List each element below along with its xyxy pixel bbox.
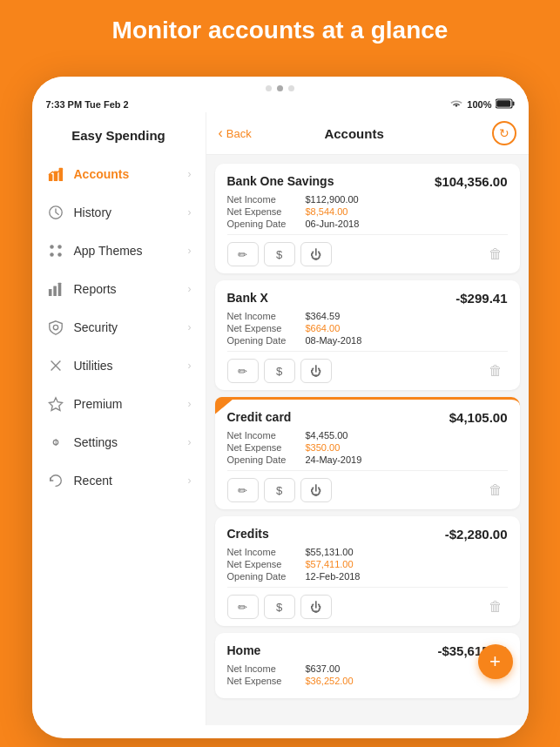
device-dots xyxy=(32,77,529,97)
account-actions-1: ✏ $ ⏻ 🗑 xyxy=(227,351,508,390)
chevron-icon-recent: › xyxy=(188,474,192,487)
utilities-icon xyxy=(46,356,65,375)
income-value-0: $112,900.00 xyxy=(306,194,359,205)
edit-btn-2[interactable]: ✏ xyxy=(227,478,259,502)
sidebar-item-recent[interactable]: Recent › xyxy=(32,461,206,500)
account-top-1: Bank X -$299.41 xyxy=(227,291,508,306)
chevron-icon-accounts: › xyxy=(188,168,192,180)
account-name-4: Home xyxy=(227,643,261,657)
svg-rect-2 xyxy=(496,100,510,107)
date-value-2: 24-May-2019 xyxy=(306,454,362,465)
svg-point-8 xyxy=(57,245,62,249)
power-btn-3[interactable]: ⏻ xyxy=(300,595,332,619)
income-value-2: $4,455.00 xyxy=(306,430,348,441)
sidebar-label-utilities: Utilities xyxy=(74,359,188,373)
account-name-3: Credits xyxy=(227,527,269,541)
recent-icon xyxy=(46,471,65,490)
battery-icon xyxy=(496,98,515,111)
sidebar: Easy Spending Accounts › xyxy=(32,112,206,725)
account-name-1: Bank X xyxy=(227,291,268,305)
svg-rect-12 xyxy=(53,286,57,296)
security-icon xyxy=(46,318,65,337)
power-btn-2[interactable]: ⏻ xyxy=(300,478,332,502)
chevron-icon-history: › xyxy=(188,206,192,219)
date-label-2: Opening Date xyxy=(227,454,306,465)
account-detail-expense-1: Net Expense $664.00 xyxy=(227,323,508,333)
chevron-icon-app-themes: › xyxy=(188,245,192,257)
account-actions-2: ✏ $ ⏻ 🗑 xyxy=(227,470,508,509)
account-card-4: Home -$35,615.00 Net Income $637.00 Net … xyxy=(215,633,520,698)
sidebar-item-utilities[interactable]: Utilities › xyxy=(32,347,206,385)
delete-btn-3[interactable]: 🗑 xyxy=(483,595,508,619)
sidebar-label-reports: Reports xyxy=(74,282,188,296)
date-label-1: Opening Date xyxy=(227,335,306,346)
account-detail-date-3: Opening Date 12-Feb-2018 xyxy=(227,571,508,582)
chevron-icon-utilities: › xyxy=(188,360,192,372)
account-actions-0: ✏ $ ⏻ 🗑 xyxy=(227,234,508,273)
sidebar-item-settings[interactable]: i Settings › xyxy=(32,423,206,461)
expense-label-0: Net Expense xyxy=(227,206,306,217)
svg-marker-17 xyxy=(49,398,62,411)
currency-btn-0[interactable]: $ xyxy=(264,242,295,266)
sidebar-item-accounts[interactable]: Accounts › xyxy=(32,155,206,193)
date-label-3: Opening Date xyxy=(227,571,306,582)
sidebar-label-history: History xyxy=(74,205,188,219)
svg-rect-1 xyxy=(512,102,514,106)
currency-btn-1[interactable]: $ xyxy=(264,359,295,383)
date-value-0: 06-Jun-2018 xyxy=(306,219,360,229)
chevron-icon-settings: › xyxy=(188,436,192,448)
sidebar-item-history[interactable]: History › xyxy=(32,193,206,232)
account-top-3: Credits -$2,280.00 xyxy=(227,527,508,542)
date-value-3: 12-Feb-2018 xyxy=(306,571,361,582)
expense-value-2: $350.00 xyxy=(306,442,341,453)
sidebar-label-premium: Premium xyxy=(74,397,188,411)
fab-add-button[interactable]: + xyxy=(478,644,513,679)
dot-3 xyxy=(288,85,294,91)
app-name: Easy Spending xyxy=(32,119,206,155)
sidebar-item-premium[interactable]: Premium › xyxy=(32,385,206,423)
sidebar-label-recent: Recent xyxy=(74,474,188,488)
app-themes-icon xyxy=(46,241,65,260)
main-panel: ‹ Back Accounts ↻ Bank One Savings $104,… xyxy=(206,112,529,725)
account-top-4: Home -$35,615.00 xyxy=(227,643,508,658)
app-content: Easy Spending Accounts › xyxy=(32,112,529,725)
sidebar-item-reports[interactable]: Reports › xyxy=(32,270,206,308)
edit-btn-1[interactable]: ✏ xyxy=(227,359,259,383)
delete-btn-1[interactable]: 🗑 xyxy=(483,359,508,383)
delete-btn-0[interactable]: 🗑 xyxy=(483,242,508,266)
delete-btn-2[interactable]: 🗑 xyxy=(483,478,508,502)
dot-2 xyxy=(277,85,283,91)
chevron-icon-premium: › xyxy=(188,398,192,410)
account-detail-income-0: Net Income $112,900.00 xyxy=(227,194,508,205)
panel-title: Accounts xyxy=(217,126,492,141)
add-action-button[interactable]: ↻ xyxy=(492,121,516,145)
edit-btn-0[interactable]: ✏ xyxy=(227,242,259,266)
income-value-3: $55,131.00 xyxy=(306,547,354,557)
power-btn-1[interactable]: ⏻ xyxy=(300,359,332,383)
svg-point-9 xyxy=(50,252,54,257)
account-card-0: Bank One Savings $104,356.00 Net Income … xyxy=(215,164,520,273)
sidebar-item-security[interactable]: Security › xyxy=(32,308,206,347)
wifi-icon xyxy=(449,98,463,111)
edit-btn-3[interactable]: ✏ xyxy=(227,595,259,619)
expense-label-3: Net Expense xyxy=(227,559,306,569)
svg-point-10 xyxy=(57,252,62,257)
main-header: ‹ Back Accounts ↻ xyxy=(206,112,529,155)
expense-label-1: Net Expense xyxy=(227,323,306,333)
power-btn-0[interactable]: ⏻ xyxy=(300,242,332,266)
sidebar-item-app-themes[interactable]: App Themes › xyxy=(32,232,206,270)
expense-value-3: $57,411.00 xyxy=(306,559,354,569)
account-detail-expense-4: Net Expense $36,252.00 xyxy=(227,676,508,686)
svg-text:i: i xyxy=(55,437,57,448)
account-balance-3: -$2,280.00 xyxy=(445,527,508,542)
svg-point-14 xyxy=(53,325,57,329)
status-bar: 7:33 PM Tue Feb 2 100% xyxy=(32,97,529,112)
sidebar-label-app-themes: App Themes xyxy=(74,244,188,258)
account-detail-expense-2: Net Expense $350.00 xyxy=(227,442,508,453)
currency-btn-2[interactable]: $ xyxy=(264,478,295,502)
account-card-3: Credits -$2,280.00 Net Income $55,131.00… xyxy=(215,516,520,626)
currency-btn-3[interactable]: $ xyxy=(264,595,295,619)
account-name-2: Credit card xyxy=(227,410,292,424)
svg-point-7 xyxy=(50,245,54,249)
sidebar-label-accounts: Accounts xyxy=(74,167,188,181)
